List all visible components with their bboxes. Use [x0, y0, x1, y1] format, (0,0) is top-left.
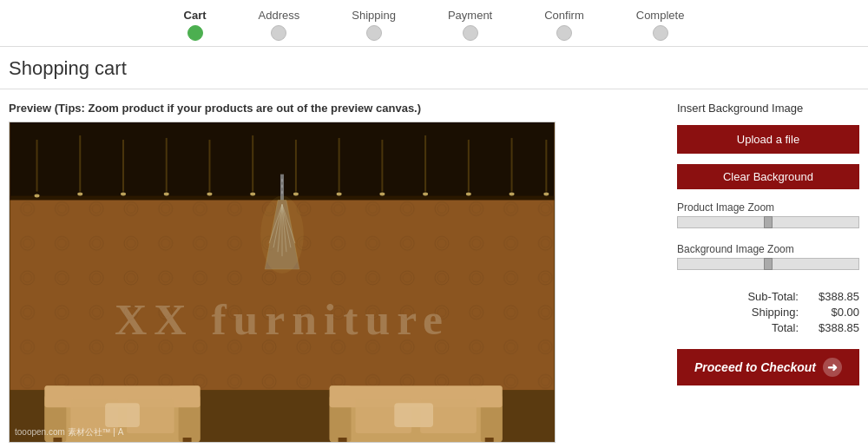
- checkout-label: Proceed to Checkout: [694, 360, 816, 374]
- svg-rect-67: [394, 403, 433, 427]
- shipping-row: Shipping: $0.00: [677, 306, 859, 319]
- svg-rect-9: [122, 140, 124, 192]
- subtotal-label: Sub-Total:: [747, 290, 799, 303]
- svg-rect-23: [424, 135, 426, 192]
- svg-rect-68: [339, 438, 347, 442]
- svg-point-8: [77, 193, 82, 196]
- preview-section: Preview (Tips: Zoom product if your prod…: [9, 102, 660, 443]
- step-cart-indicator: [187, 25, 203, 41]
- svg-rect-21: [381, 140, 383, 192]
- svg-rect-58: [105, 403, 140, 427]
- right-panel: Insert Background Image Upload a file Cl…: [677, 102, 859, 443]
- step-cart: Cart: [184, 9, 207, 41]
- step-confirm-label: Confirm: [544, 9, 584, 22]
- step-shipping-label: Shipping: [352, 9, 396, 22]
- svg-text:XX  furniture: XX furniture: [115, 294, 450, 344]
- subtotal-value: $388.85: [807, 290, 859, 303]
- subtotal-row: Sub-Total: $388.85: [677, 290, 859, 303]
- product-zoom-label: Product Image Zoom: [677, 201, 859, 214]
- step-cart-label: Cart: [184, 9, 207, 22]
- step-payment-indicator: [463, 25, 478, 41]
- step-address: Address: [259, 9, 300, 41]
- preview-canvas: XX furniture tooopen.com 素材公社™ | A: [9, 122, 556, 443]
- upload-file-button[interactable]: Upload a file: [677, 125, 859, 154]
- bg-zoom-slider[interactable]: [677, 258, 859, 270]
- step-shipping: Shipping: [352, 9, 396, 41]
- step-complete: Complete: [636, 9, 685, 41]
- svg-rect-11: [166, 138, 168, 192]
- svg-point-16: [250, 193, 255, 196]
- svg-point-30: [543, 193, 549, 196]
- shipping-value: $0.00: [807, 306, 859, 319]
- svg-rect-5: [36, 140, 38, 192]
- svg-rect-17: [295, 140, 297, 192]
- bg-zoom-label: Background Image Zoom: [677, 243, 859, 255]
- step-confirm: Confirm: [544, 9, 584, 41]
- product-zoom-slider[interactable]: [677, 216, 859, 228]
- svg-point-28: [510, 193, 515, 196]
- total-label: Total:: [772, 321, 799, 334]
- preview-label: Preview (Tips: Zoom product if your prod…: [9, 102, 660, 115]
- step-address-label: Address: [259, 9, 300, 22]
- svg-point-50: [260, 196, 304, 274]
- svg-point-10: [121, 193, 126, 196]
- svg-rect-40: [281, 185, 283, 188]
- svg-rect-7: [79, 135, 81, 192]
- total-row: Total: $388.85: [677, 321, 859, 334]
- svg-rect-25: [468, 140, 470, 192]
- svg-rect-60: [183, 438, 192, 442]
- svg-point-12: [164, 193, 169, 196]
- svg-point-22: [379, 193, 385, 196]
- clear-background-button[interactable]: Clear Background: [677, 164, 859, 189]
- step-shipping-indicator: [366, 25, 382, 41]
- svg-rect-29: [545, 140, 547, 192]
- step-complete-indicator: [653, 25, 668, 41]
- svg-rect-69: [485, 438, 494, 442]
- step-confirm-indicator: [556, 25, 572, 41]
- shipping-label: Shipping:: [752, 306, 799, 319]
- bg-zoom-section: Background Image Zoom: [677, 243, 859, 273]
- room-svg: XX furniture: [10, 122, 555, 442]
- svg-point-24: [423, 193, 428, 196]
- step-complete-label: Complete: [636, 9, 685, 22]
- step-address-indicator: [271, 25, 286, 41]
- preview-watermark: tooopen.com 素材公社™ | A: [15, 426, 123, 438]
- step-payment: Payment: [448, 9, 492, 41]
- main-content: Preview (Tips: Zoom product if your prod…: [0, 89, 868, 448]
- svg-point-26: [466, 193, 471, 196]
- svg-rect-13: [208, 140, 210, 192]
- svg-point-20: [337, 193, 342, 196]
- product-zoom-section: Product Image Zoom: [677, 201, 859, 231]
- svg-rect-15: [252, 135, 253, 192]
- svg-rect-39: [281, 179, 283, 182]
- totals-section: Sub-Total: $388.85 Shipping: $0.00 Total…: [677, 290, 859, 337]
- svg-rect-41: [281, 191, 283, 194]
- progress-bar: Cart Address Shipping Payment Confirm Co…: [0, 0, 868, 47]
- svg-rect-19: [339, 138, 340, 192]
- step-payment-label: Payment: [448, 9, 492, 22]
- total-value: $388.85: [807, 321, 859, 334]
- svg-rect-27: [511, 138, 513, 192]
- svg-point-6: [35, 194, 40, 198]
- page-title: Shopping cart: [0, 47, 868, 89]
- svg-point-18: [293, 193, 299, 196]
- checkout-arrow-icon: ➜: [823, 358, 842, 377]
- svg-point-14: [207, 193, 212, 196]
- checkout-button[interactable]: Proceed to Checkout ➜: [677, 349, 859, 385]
- insert-bg-label: Insert Background Image: [677, 102, 859, 115]
